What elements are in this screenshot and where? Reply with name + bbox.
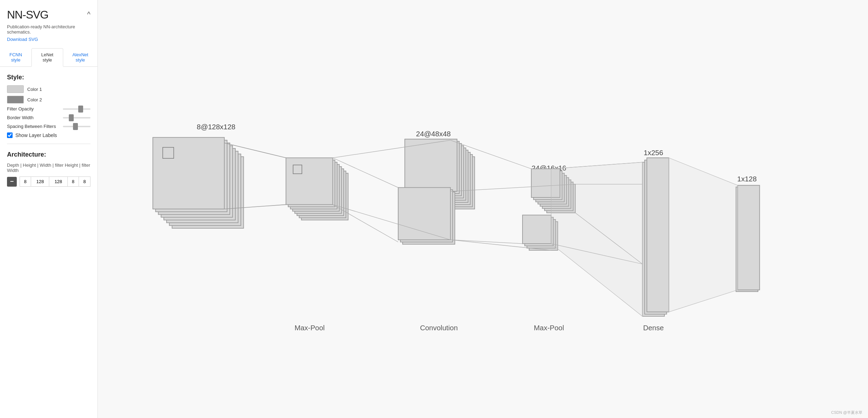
filter-h-cell[interactable]: 8 — [67, 177, 79, 187]
style-tabs: FCNN style LeNet style AlexNet style — [0, 48, 97, 67]
height-cell[interactable]: 128 — [31, 177, 49, 187]
app-subtitle: Publication-ready NN-architecture schema… — [7, 24, 90, 35]
width-cell[interactable]: 128 — [49, 177, 67, 187]
sidebar-header: NN-SVG ^ — [7, 8, 90, 21]
filter-opacity-row: Filter Opacity — [7, 106, 90, 111]
tab-alexnet[interactable]: AlexNet style — [63, 48, 97, 67]
arch-columns-label: Depth | Height | Width | filter Height |… — [7, 163, 90, 173]
color2-swatch[interactable] — [7, 96, 24, 103]
border-width-label: Border Width — [7, 115, 59, 120]
tab-lenet[interactable]: LeNet style — [31, 48, 63, 67]
layer5-sublabel: Dense — [643, 323, 664, 331]
layer4-front — [523, 215, 551, 244]
nn-svg-visualization: 8@128x128 8@64x64 — [98, 0, 868, 418]
architecture-table: − 8 128 128 8 8 — [7, 176, 90, 187]
layer-2-group: 8@64x64 Max-Pool — [286, 158, 348, 332]
layer6-label: 1x128 — [737, 175, 757, 183]
layer-1-group: 8@128x128 — [153, 123, 244, 229]
color2-label: Color 2 — [27, 97, 42, 102]
download-svg-link[interactable]: Download SVG — [7, 37, 38, 42]
watermark: CSDN @半夏水草 — [831, 410, 862, 415]
filter-opacity-thumb[interactable] — [78, 106, 83, 113]
spacing-label: Spacing Between Filters — [7, 124, 59, 129]
layer3-back4 — [405, 139, 457, 192]
architecture-section-title: Architecture: — [7, 151, 90, 158]
tab-fcnn[interactable]: FCNN style — [0, 48, 31, 67]
sidebar: NN-SVG ^ Publication-ready NN-architectu… — [0, 0, 98, 418]
border-width-row: Border Width — [7, 115, 90, 120]
layer-6-group: 1x128 — [736, 175, 760, 291]
collapse-button[interactable]: ^ — [87, 10, 90, 19]
table-row: − 8 128 128 8 8 — [7, 177, 90, 187]
show-layer-labels-checkbox[interactable] — [7, 132, 13, 138]
spacing-thumb[interactable] — [73, 123, 78, 130]
layer3-label: 24@48x48 — [416, 130, 451, 138]
layer5-shape-front — [647, 158, 669, 312]
app-title: NN-SVG — [7, 8, 48, 21]
filter-opacity-track — [63, 108, 90, 110]
layer-5-group: 1x256 Dense — [642, 149, 669, 332]
color1-row: Color 1 — [7, 85, 90, 93]
layer6-shape-front — [738, 185, 760, 290]
filter-opacity-label: Filter Opacity — [7, 106, 59, 111]
filter-w-cell[interactable]: 8 — [79, 177, 90, 187]
remove-row-button[interactable]: − — [7, 177, 17, 187]
conn-3-4-bl — [451, 240, 523, 244]
depth-cell[interactable]: 8 — [20, 177, 31, 187]
show-labels-row: Show Layer Labels — [7, 132, 90, 138]
layer5-label: 1x256 — [644, 149, 663, 157]
color1-swatch[interactable] — [7, 85, 24, 93]
layer4-sublabel: Max-Pool — [534, 323, 564, 331]
viz-container: 8@128x128 8@64x64 — [98, 0, 868, 418]
layer1-label: 8@128x128 — [197, 123, 235, 131]
layer3-sublabel: Convolution — [420, 323, 458, 331]
style-section-title: Style: — [7, 74, 90, 81]
border-width-thumb[interactable] — [69, 114, 74, 121]
color2-row: Color 2 — [7, 96, 90, 103]
conn-2-3-br — [333, 204, 398, 242]
dense-connection-fill — [551, 162, 642, 316]
layer1-front — [153, 137, 225, 209]
spacing-track — [63, 126, 90, 127]
border-width-track — [63, 117, 90, 118]
color1-label: Color 1 — [27, 87, 42, 92]
layer2-sublabel: Max-Pool — [294, 323, 324, 331]
section-divider — [7, 144, 90, 144]
spacing-row: Spacing Between Filters — [7, 124, 90, 129]
layer-3-group: 24@48x48 Convolution — [398, 130, 475, 331]
show-layer-labels-label[interactable]: Show Layer Labels — [15, 132, 57, 138]
main-visualization-area: 8@128x128 8@64x64 — [98, 0, 868, 418]
remove-cell: − — [7, 177, 20, 187]
dense-connection-fill-2 — [669, 158, 738, 312]
